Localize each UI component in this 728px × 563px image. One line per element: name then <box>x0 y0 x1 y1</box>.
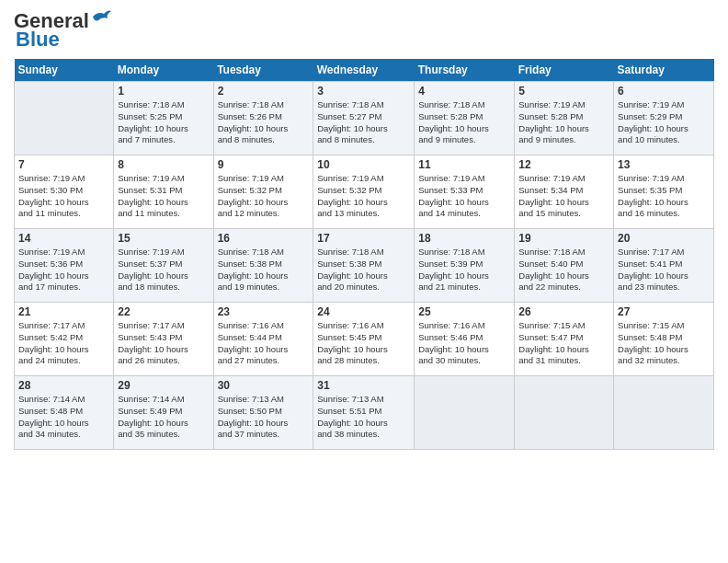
day-info: Sunrise: 7:19 AMSunset: 5:36 PMDaylight:… <box>18 247 109 293</box>
day-cell: 31Sunrise: 7:13 AMSunset: 5:51 PMDayligh… <box>313 376 415 450</box>
logo-blue: Blue <box>16 28 60 52</box>
week-row-5: 28Sunrise: 7:14 AMSunset: 5:48 PMDayligh… <box>15 376 714 450</box>
day-info: Sunrise: 7:19 AMSunset: 5:35 PMDaylight:… <box>618 173 710 220</box>
day-info: Sunrise: 7:14 AMSunset: 5:48 PMDaylight:… <box>18 394 109 441</box>
day-info: Sunrise: 7:17 AMSunset: 5:43 PMDaylight:… <box>118 320 209 367</box>
day-number: 3 <box>317 85 410 98</box>
logo-bird-icon <box>91 9 111 26</box>
day-number: 2 <box>218 85 310 98</box>
day-info: Sunrise: 7:18 AMSunset: 5:28 PMDaylight:… <box>418 99 510 146</box>
day-info: Sunrise: 7:18 AMSunset: 5:39 PMDaylight:… <box>418 247 510 293</box>
calendar-table: SundayMondayTuesdayWednesdayThursdayFrid… <box>14 59 714 450</box>
day-cell: 19Sunrise: 7:18 AMSunset: 5:40 PMDayligh… <box>515 229 614 303</box>
day-number: 17 <box>317 232 410 245</box>
day-info: Sunrise: 7:15 AMSunset: 5:47 PMDaylight:… <box>518 320 609 367</box>
day-info: Sunrise: 7:17 AMSunset: 5:42 PMDaylight:… <box>18 320 109 367</box>
day-number: 16 <box>218 232 310 245</box>
column-header-tuesday: Tuesday <box>213 59 313 82</box>
week-row-4: 21Sunrise: 7:17 AMSunset: 5:42 PMDayligh… <box>15 303 714 376</box>
day-cell: 2Sunrise: 7:18 AMSunset: 5:26 PMDaylight… <box>213 82 313 155</box>
day-number: 30 <box>218 379 310 392</box>
day-info: Sunrise: 7:19 AMSunset: 5:28 PMDaylight:… <box>518 99 609 146</box>
day-number: 20 <box>618 232 710 245</box>
day-info: Sunrise: 7:16 AMSunset: 5:46 PMDaylight:… <box>418 320 510 367</box>
day-number: 18 <box>418 232 510 245</box>
day-cell: 28Sunrise: 7:14 AMSunset: 5:48 PMDayligh… <box>15 376 114 450</box>
column-header-monday: Monday <box>114 59 213 82</box>
day-number: 6 <box>618 85 710 98</box>
day-cell: 18Sunrise: 7:18 AMSunset: 5:39 PMDayligh… <box>415 229 515 303</box>
day-info: Sunrise: 7:18 AMSunset: 5:38 PMDaylight:… <box>317 247 410 293</box>
day-number: 31 <box>317 379 410 392</box>
day-cell: 4Sunrise: 7:18 AMSunset: 5:28 PMDaylight… <box>415 82 515 155</box>
day-number: 23 <box>218 305 310 318</box>
day-number: 13 <box>618 158 710 171</box>
day-info: Sunrise: 7:19 AMSunset: 5:32 PMDaylight:… <box>317 173 410 220</box>
day-info: Sunrise: 7:18 AMSunset: 5:25 PMDaylight:… <box>118 99 209 146</box>
day-cell <box>614 376 714 450</box>
column-header-wednesday: Wednesday <box>313 59 415 82</box>
day-cell <box>515 376 614 450</box>
logo: General Blue <box>14 9 111 52</box>
day-info: Sunrise: 7:19 AMSunset: 5:33 PMDaylight:… <box>418 173 510 220</box>
day-number: 29 <box>118 379 209 392</box>
day-cell: 6Sunrise: 7:19 AMSunset: 5:29 PMDaylight… <box>614 82 714 155</box>
day-cell: 23Sunrise: 7:16 AMSunset: 5:44 PMDayligh… <box>213 303 313 376</box>
day-info: Sunrise: 7:14 AMSunset: 5:49 PMDaylight:… <box>118 394 209 441</box>
day-number: 10 <box>317 158 410 171</box>
day-number: 28 <box>18 379 109 392</box>
day-number: 1 <box>118 85 209 98</box>
week-row-1: 1Sunrise: 7:18 AMSunset: 5:25 PMDaylight… <box>15 82 714 155</box>
column-header-sunday: Sunday <box>15 59 114 82</box>
calendar-container: General Blue SundayMondayTuesdayWednesda… <box>0 0 728 459</box>
day-number: 22 <box>118 305 209 318</box>
day-info: Sunrise: 7:15 AMSunset: 5:48 PMDaylight:… <box>618 320 710 367</box>
day-number: 11 <box>418 158 510 171</box>
day-cell: 10Sunrise: 7:19 AMSunset: 5:32 PMDayligh… <box>313 155 415 229</box>
day-number: 26 <box>518 305 609 318</box>
day-cell: 29Sunrise: 7:14 AMSunset: 5:49 PMDayligh… <box>114 376 213 450</box>
day-info: Sunrise: 7:18 AMSunset: 5:40 PMDaylight:… <box>518 247 609 293</box>
week-row-2: 7Sunrise: 7:19 AMSunset: 5:30 PMDaylight… <box>15 155 714 229</box>
day-cell: 12Sunrise: 7:19 AMSunset: 5:34 PMDayligh… <box>515 155 614 229</box>
day-cell: 14Sunrise: 7:19 AMSunset: 5:36 PMDayligh… <box>15 229 114 303</box>
day-cell: 20Sunrise: 7:17 AMSunset: 5:41 PMDayligh… <box>614 229 714 303</box>
day-number: 14 <box>18 232 109 245</box>
day-cell: 26Sunrise: 7:15 AMSunset: 5:47 PMDayligh… <box>515 303 614 376</box>
day-cell <box>415 376 515 450</box>
day-cell: 13Sunrise: 7:19 AMSunset: 5:35 PMDayligh… <box>614 155 714 229</box>
day-number: 15 <box>118 232 209 245</box>
day-number: 25 <box>418 305 510 318</box>
day-cell: 1Sunrise: 7:18 AMSunset: 5:25 PMDaylight… <box>114 82 213 155</box>
day-info: Sunrise: 7:16 AMSunset: 5:45 PMDaylight:… <box>317 320 410 367</box>
day-cell: 30Sunrise: 7:13 AMSunset: 5:50 PMDayligh… <box>213 376 313 450</box>
day-number: 7 <box>18 158 109 171</box>
day-info: Sunrise: 7:18 AMSunset: 5:27 PMDaylight:… <box>317 99 410 146</box>
day-cell: 24Sunrise: 7:16 AMSunset: 5:45 PMDayligh… <box>313 303 415 376</box>
column-header-thursday: Thursday <box>415 59 515 82</box>
day-number: 5 <box>518 85 609 98</box>
day-cell: 8Sunrise: 7:19 AMSunset: 5:31 PMDaylight… <box>114 155 213 229</box>
day-cell: 3Sunrise: 7:18 AMSunset: 5:27 PMDaylight… <box>313 82 415 155</box>
day-number: 9 <box>218 158 310 171</box>
day-info: Sunrise: 7:17 AMSunset: 5:41 PMDaylight:… <box>618 247 710 293</box>
day-cell: 21Sunrise: 7:17 AMSunset: 5:42 PMDayligh… <box>15 303 114 376</box>
day-cell: 17Sunrise: 7:18 AMSunset: 5:38 PMDayligh… <box>313 229 415 303</box>
day-number: 19 <box>518 232 609 245</box>
day-number: 21 <box>18 305 109 318</box>
day-cell: 27Sunrise: 7:15 AMSunset: 5:48 PMDayligh… <box>614 303 714 376</box>
day-cell: 16Sunrise: 7:18 AMSunset: 5:38 PMDayligh… <box>213 229 313 303</box>
day-info: Sunrise: 7:18 AMSunset: 5:26 PMDaylight:… <box>218 99 310 146</box>
day-info: Sunrise: 7:16 AMSunset: 5:44 PMDaylight:… <box>218 320 310 367</box>
day-number: 12 <box>518 158 609 171</box>
day-cell: 5Sunrise: 7:19 AMSunset: 5:28 PMDaylight… <box>515 82 614 155</box>
header: General Blue <box>14 9 714 52</box>
day-info: Sunrise: 7:19 AMSunset: 5:34 PMDaylight:… <box>518 173 609 220</box>
day-info: Sunrise: 7:19 AMSunset: 5:30 PMDaylight:… <box>18 173 109 220</box>
day-cell: 7Sunrise: 7:19 AMSunset: 5:30 PMDaylight… <box>15 155 114 229</box>
day-cell: 11Sunrise: 7:19 AMSunset: 5:33 PMDayligh… <box>415 155 515 229</box>
day-number: 8 <box>118 158 209 171</box>
day-cell: 22Sunrise: 7:17 AMSunset: 5:43 PMDayligh… <box>114 303 213 376</box>
column-header-saturday: Saturday <box>614 59 714 82</box>
day-info: Sunrise: 7:18 AMSunset: 5:38 PMDaylight:… <box>218 247 310 293</box>
